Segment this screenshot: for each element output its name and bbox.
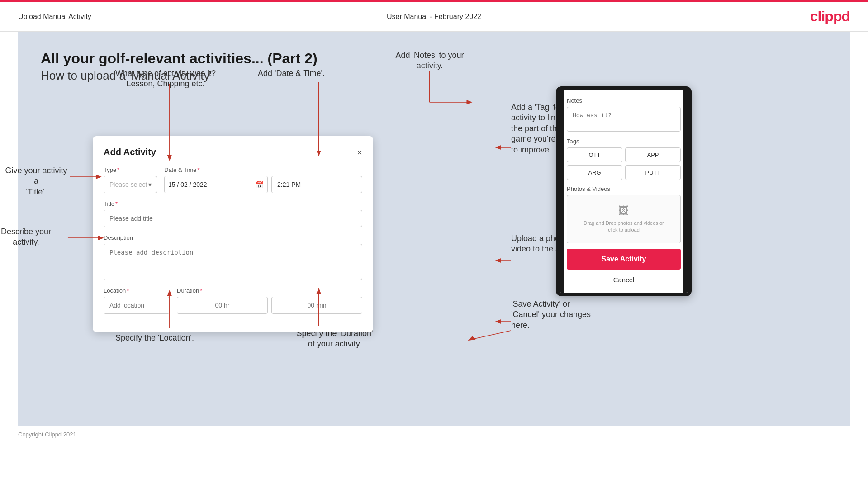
annotation-location: Specify the 'Location'. [115, 333, 194, 343]
page-label: Upload Manual Activity [18, 13, 91, 21]
tag-app[interactable]: APP [625, 147, 681, 162]
datetime-label: Date & Time* [164, 166, 362, 173]
phone-right-bar [683, 90, 688, 293]
description-group: Description [104, 234, 362, 280]
title-input[interactable] [104, 210, 362, 227]
date-input[interactable] [165, 176, 251, 193]
title-label: Title* [104, 200, 362, 207]
svg-line-23 [470, 331, 511, 340]
location-group: Location* [104, 287, 170, 314]
svg-marker-24 [468, 336, 475, 341]
datetime-inputs: 📅 [164, 176, 362, 193]
duration-group: Duration* [177, 287, 362, 314]
annotation-activity-type: What type of activity was it? Lesson, Ch… [115, 68, 216, 90]
type-datetime-row: Type* Please select ▾ Date & Time* 📅 [104, 166, 362, 193]
svg-marker-22 [495, 319, 501, 324]
tags-label: Tags [567, 138, 681, 145]
upload-text: Drag and Drop photos and videos or click… [573, 220, 675, 234]
annotation-save: 'Save Activity' or 'Cancel' your changes… [511, 299, 642, 331]
modal-close-button[interactable]: × [357, 148, 362, 157]
phone-left-bar [560, 90, 564, 293]
phone-inner: Notes Tags OTT APP ARG PUTT Photos & Vid… [560, 90, 688, 293]
manual-label: User Manual - February 2022 [387, 13, 481, 21]
tag-arg[interactable]: ARG [567, 165, 622, 180]
duration-inputs [177, 297, 362, 314]
title-group: Title* [104, 200, 362, 227]
svg-marker-18 [495, 145, 501, 150]
description-input[interactable] [104, 244, 362, 280]
description-label: Description [104, 234, 362, 241]
tag-ott[interactable]: OTT [567, 147, 622, 162]
photos-dropzone[interactable]: 🖼 Drag and Drop photos and videos or cli… [567, 195, 681, 243]
main-content: All your golf-relevant activities... (Pa… [18, 32, 850, 426]
location-input[interactable] [104, 297, 170, 314]
date-wrapper[interactable]: 📅 [164, 176, 268, 193]
tag-putt[interactable]: PUTT [625, 165, 681, 180]
calendar-icon: 📅 [251, 176, 267, 193]
notes-input[interactable] [567, 107, 681, 132]
annotation-title: Give your activity a 'Title'. [5, 166, 68, 197]
notes-label: Notes [567, 97, 681, 104]
duration-hr-input[interactable] [177, 297, 268, 314]
time-input[interactable] [271, 176, 362, 193]
location-duration-row: Location* Duration* [104, 287, 362, 314]
copyright-text: Copyright Clippd 2021 [18, 431, 76, 438]
location-label: Location* [104, 287, 170, 294]
annotation-notes: Add 'Notes' to your activity. [380, 50, 479, 71]
annotation-describe: Describe your activity. [0, 227, 61, 248]
datetime-group: Date & Time* 📅 [164, 166, 362, 193]
type-select[interactable]: Please select [104, 176, 157, 193]
phone-mockup: Notes Tags OTT APP ARG PUTT Photos & Vid… [556, 86, 692, 296]
save-activity-button[interactable]: Save Activity [567, 249, 681, 270]
type-group: Type* Please select ▾ [104, 166, 157, 193]
type-select-wrapper[interactable]: Please select ▾ [104, 176, 157, 193]
cancel-button[interactable]: Cancel [567, 274, 681, 285]
duration-label: Duration* [177, 287, 362, 294]
annotation-date-time: Add 'Date & Time'. [258, 68, 325, 79]
modal-header: Add Activity × [104, 147, 362, 157]
tags-grid: OTT APP ARG PUTT [567, 147, 681, 180]
photos-label: Photos & Videos [567, 185, 681, 192]
camera-icon: 🖼 [573, 204, 675, 217]
duration-min-input[interactable] [271, 297, 362, 314]
add-activity-modal: Add Activity × Type* Please select ▾ Dat… [93, 136, 373, 332]
footer: Copyright Clippd 2021 [0, 426, 868, 443]
type-label: Type* [104, 166, 157, 173]
logo: clippd [810, 8, 850, 25]
svg-marker-20 [495, 258, 501, 263]
top-bar: Upload Manual Activity User Manual - Feb… [0, 2, 868, 32]
svg-marker-16 [466, 100, 472, 104]
modal-title: Add Activity [104, 147, 156, 157]
